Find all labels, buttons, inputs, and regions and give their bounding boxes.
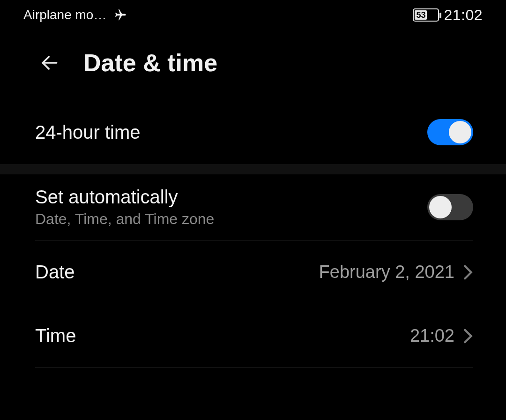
section-datetime: Set automatically Date, Time, and Time z… — [0, 174, 506, 368]
back-icon[interactable] — [39, 52, 60, 73]
row-label-date: Date — [35, 262, 75, 283]
status-right: 53 21:02 — [413, 7, 483, 24]
row-24-hour-time[interactable]: 24-hour time — [35, 100, 473, 164]
chevron-right-icon — [463, 327, 473, 345]
page-header: Date & time — [0, 30, 506, 100]
section-display: 24-hour time — [0, 100, 506, 164]
toggle-knob — [449, 121, 471, 143]
airplane-mode-label: Airplane mo… — [23, 8, 106, 22]
row-date[interactable]: Date February 2, 2021 — [35, 240, 473, 304]
row-set-automatically[interactable]: Set automatically Date, Time, and Time z… — [35, 174, 473, 240]
page-title: Date & time — [83, 49, 217, 77]
row-time[interactable]: Time 21:02 — [35, 304, 473, 368]
toggle-24-hour[interactable] — [427, 119, 473, 145]
toggle-set-auto[interactable] — [427, 194, 473, 220]
status-left: Airplane mo… — [23, 8, 127, 22]
row-label-24-hour: 24-hour time — [35, 122, 141, 143]
row-label-set-auto: Set automatically — [35, 187, 214, 208]
battery-percent: 53 — [415, 10, 427, 20]
section-divider — [0, 164, 506, 174]
row-subtitle-set-auto: Date, Time, and Time zone — [35, 210, 214, 228]
row-label-time: Time — [35, 325, 76, 346]
statusbar-clock: 21:02 — [444, 7, 483, 24]
chevron-right-icon — [463, 263, 473, 282]
row-value-time: 21:02 — [410, 326, 454, 346]
battery-icon: 53 — [413, 8, 439, 22]
toggle-knob — [429, 196, 452, 218]
row-value-date: February 2, 2021 — [319, 262, 454, 282]
airplane-icon — [113, 8, 127, 22]
status-bar: Airplane mo… 53 21:02 — [0, 0, 506, 30]
